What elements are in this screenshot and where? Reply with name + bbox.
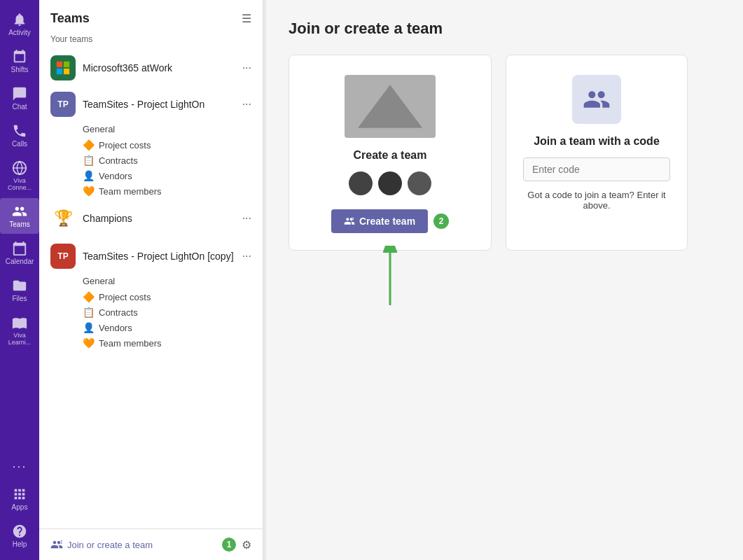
join-code-input[interactable] [523, 158, 670, 181]
teams-sidebar: Teams ☰ Your teams Microsoft365 atWork ·… [39, 0, 263, 560]
nav-item-teams[interactable]: Teams [0, 198, 39, 234]
nav-item-activity[interactable]: Activity [0, 6, 39, 42]
join-create-badge: 1 [222, 538, 236, 552]
channel-emoji-8: 🧡 [83, 337, 95, 349]
join-hint: Got a code to join a team? Enter it abov… [523, 190, 670, 211]
svg-rect-2 [57, 62, 62, 67]
team-name-teamsites1: TeamSites - Project LightOn [83, 99, 242, 110]
avatar-2 [378, 172, 402, 195]
avatar-3 [408, 172, 431, 195]
channel-list-teamsites1: General 🔶 Project costs 📋 Contracts 👤 Ve… [39, 122, 263, 199]
create-team-image [345, 75, 436, 138]
svg-rect-5 [64, 69, 69, 74]
left-navigation: Activity Shifts Chat Calls Viva Conne...… [0, 0, 39, 560]
svg-rect-3 [64, 62, 69, 67]
nav-label-calendar: Calendar [6, 258, 34, 265]
settings-icon[interactable]: ⚙ [242, 538, 251, 552]
channel-emoji-2: 📋 [83, 155, 95, 166]
create-team-badge: 2 [433, 214, 449, 229]
channel-name-project-costs-1: Project costs [99, 140, 151, 150]
channel-vendors-1[interactable]: 👤 Vendors [83, 168, 263, 183]
create-team-card: Create a team Create team 2 [289, 55, 492, 251]
join-team-icon [572, 75, 621, 124]
cards-row: Create a team Create team 2 [289, 55, 721, 251]
channel-emoji-7: 👤 [83, 322, 95, 333]
nav-label-activity: Activity [8, 29, 31, 36]
channel-section-general2: General [83, 274, 263, 289]
channel-emoji-4: 🧡 [83, 186, 95, 197]
team-more-champions[interactable]: ··· [242, 212, 251, 225]
sidebar-title: Teams [50, 11, 90, 26]
channel-emoji-5: 🔶 [83, 291, 95, 302]
create-team-button[interactable]: Create team [331, 209, 428, 233]
page-title: Join or create a team [289, 20, 721, 38]
nav-item-help[interactable]: Help [6, 518, 34, 554]
channel-emoji-1: 🔶 [83, 139, 95, 150]
nav-item-viva-learning[interactable]: Viva Learni... [0, 309, 39, 351]
team-avatar-microsoft365 [50, 55, 76, 80]
teams-list: Microsoft365 atWork ··· TP TeamSites - P… [39, 50, 263, 528]
channel-section-general1: General [83, 122, 263, 137]
nav-label-files: Files [12, 295, 27, 302]
team-avatar-teamsites2: TP [50, 244, 76, 269]
trophy-icon: 🏆 [50, 206, 76, 231]
team-item-teamsites2[interactable]: TP TeamSites - Project LightOn [copy] ··… [39, 238, 263, 274]
svg-rect-4 [57, 69, 62, 74]
main-content: Join or create a team Create a team Crea… [266, 0, 743, 560]
nav-item-shifts[interactable]: Shifts [0, 43, 39, 79]
nav-label-teams: Teams [9, 220, 29, 228]
team-name-teamsites2: TeamSites - Project LightOn [copy] [83, 251, 242, 262]
channel-name-vendors-2: Vendors [99, 323, 132, 333]
channel-list-teamsites2: General 🔶 Project costs 📋 Contracts 👤 Ve… [39, 274, 263, 351]
channel-name-vendors-1: Vendors [99, 171, 132, 181]
channel-name-team-members-2: Team members [99, 338, 162, 349]
channel-team-members-1[interactable]: 🧡 Team members [83, 183, 263, 199]
nav-item-files[interactable]: Files [0, 272, 39, 308]
channel-name-team-members-1: Team members [99, 186, 162, 197]
filter-icon[interactable]: ☰ [242, 12, 251, 25]
channel-vendors-2[interactable]: 👤 Vendors [83, 320, 263, 335]
nav-label-viva-learning: Viva Learni... [3, 332, 36, 346]
team-item-champions[interactable]: 🏆 Champions ··· [39, 199, 263, 238]
more-icon: ··· [12, 459, 27, 474]
nav-item-calendar[interactable]: Calendar [0, 235, 39, 271]
join-create-label: Join or create a team [67, 540, 153, 550]
channel-name-contracts-1: Contracts [99, 155, 138, 166]
channel-team-members-2[interactable]: 🧡 Team members [83, 335, 263, 351]
your-teams-label: Your teams [39, 31, 263, 50]
join-card-title: Join a team with a code [534, 135, 660, 148]
nav-label-apps: Apps [12, 503, 28, 511]
join-team-card: Join a team with a code Got a code to jo… [506, 55, 688, 251]
team-avatar-teamsites1: TP [50, 92, 76, 117]
create-card-avatars [349, 172, 431, 195]
nav-item-viva-connections[interactable]: Viva Conne... [0, 155, 39, 197]
channel-name-contracts-2: Contracts [99, 307, 138, 318]
channel-name-project-costs-2: Project costs [99, 292, 151, 302]
create-card-title: Create a team [354, 149, 427, 162]
team-item-teamsites1[interactable]: TP TeamSites - Project LightOn ··· [39, 86, 263, 122]
nav-label-help: Help [13, 540, 27, 548]
channel-project-costs-1[interactable]: 🔶 Project costs [83, 137, 263, 153]
channel-emoji-3: 👤 [83, 170, 95, 181]
arrow-annotation [376, 246, 404, 312]
avatar-1 [349, 172, 373, 195]
team-name-champions: Champions [83, 213, 242, 224]
channel-emoji-6: 📋 [83, 307, 95, 318]
team-name-microsoft365: Microsoft365 atWork [83, 62, 242, 74]
nav-item-more[interactable]: ··· [0, 454, 39, 479]
sidebar-footer: Join or create a team 1 ⚙ [39, 528, 263, 560]
channel-contracts-2[interactable]: 📋 Contracts [83, 304, 263, 320]
create-team-button-label: Create team [359, 216, 415, 227]
team-item-microsoft365[interactable]: Microsoft365 atWork ··· [39, 50, 263, 86]
nav-item-chat[interactable]: Chat [0, 80, 39, 116]
team-more-microsoft365[interactable]: ··· [242, 62, 251, 74]
nav-item-calls[interactable]: Calls [0, 118, 39, 153]
join-create-team-button[interactable]: Join or create a team [50, 538, 216, 551]
team-more-teamsites1[interactable]: ··· [242, 98, 251, 111]
nav-label-chat: Chat [12, 103, 27, 111]
team-more-teamsites2[interactable]: ··· [242, 250, 251, 262]
channel-contracts-1[interactable]: 📋 Contracts [83, 153, 263, 168]
nav-item-apps[interactable]: Apps [6, 481, 34, 517]
channel-project-costs-2[interactable]: 🔶 Project costs [83, 289, 263, 304]
sidebar-header: Teams ☰ [39, 0, 263, 31]
